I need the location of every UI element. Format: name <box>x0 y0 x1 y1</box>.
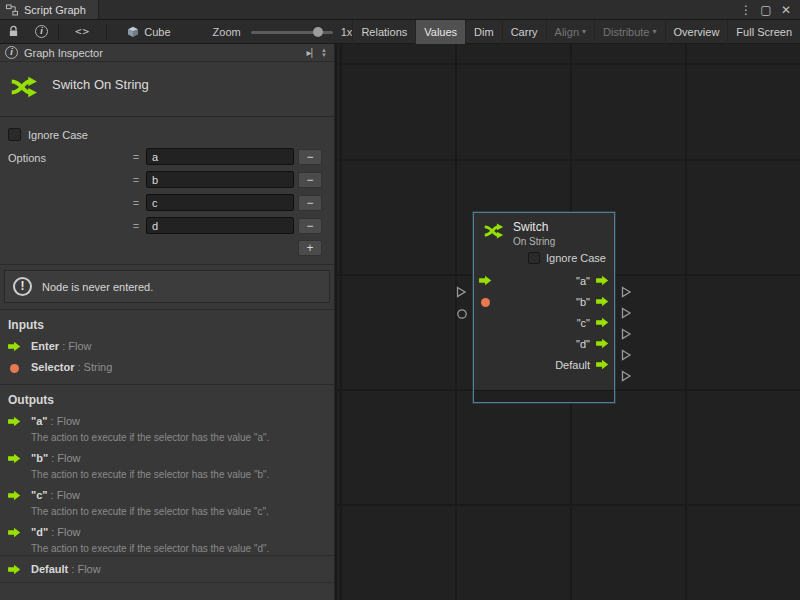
port-name: Enter <box>31 340 59 352</box>
ignore-case-label: Ignore Case <box>28 129 88 141</box>
values-button[interactable]: Values <box>415 20 465 44</box>
options-list: = − = − = − = − <box>130 148 322 256</box>
graph-canvas[interactable]: Switch On String Ignore Case "a" "b" "c" <box>335 44 800 600</box>
graph-target-selector[interactable]: Cube <box>127 26 170 38</box>
toolbar-divider <box>106 24 107 40</box>
flow-input-arrow-icon[interactable] <box>479 275 492 286</box>
inspector-title-block: Switch On String <box>0 62 334 117</box>
ignore-case-row[interactable]: Ignore Case <box>0 125 334 144</box>
node-header[interactable]: Switch On String <box>474 213 614 247</box>
flow-output-arrow-icon[interactable] <box>596 317 609 328</box>
tab-script-graph[interactable]: Script Graph <box>0 0 99 19</box>
flow-output-arrow-icon[interactable] <box>596 296 609 307</box>
option-input[interactable] <box>146 148 294 165</box>
node-footer <box>474 390 614 402</box>
port-name: "b" <box>31 452 48 464</box>
chevron-down-icon: ▾ <box>582 28 586 36</box>
flow-connect-triangle-icon[interactable] <box>621 286 632 298</box>
distribute-button[interactable]: Distribute ▾ <box>594 20 664 44</box>
port-description: The action to execute if the selector ha… <box>31 542 269 555</box>
port-row: "c" <box>474 312 614 333</box>
port-row: "b" <box>474 291 614 312</box>
lock-button[interactable] <box>0 20 27 44</box>
zoom-slider-handle[interactable] <box>313 27 323 37</box>
cube-icon <box>127 26 139 38</box>
selector-value-port-icon[interactable] <box>481 298 490 307</box>
flow-connect-triangle-icon[interactable] <box>621 307 632 319</box>
port-separator: : <box>48 415 57 427</box>
port-separator: : <box>74 361 83 373</box>
node-subtitle: On String <box>513 236 555 247</box>
option-row: = − <box>130 148 322 165</box>
distribute-label: Distribute <box>603 26 649 38</box>
flow-connect-triangle-icon[interactable] <box>621 328 632 340</box>
value-port-icon <box>8 362 22 373</box>
tab-title: Script Graph <box>24 4 86 16</box>
input-entry-selector: Selector : String <box>0 357 334 378</box>
switch-node[interactable]: Switch On String Ignore Case "a" "b" "c" <box>473 212 615 403</box>
close-icon[interactable]: ✕ <box>778 1 794 19</box>
node-title: Switch <box>513 220 555 234</box>
info-icon: i <box>35 25 48 38</box>
scroll-spinner[interactable]: ▲ ▼ <box>318 48 330 58</box>
fullscreen-button[interactable]: Full Screen <box>727 20 800 44</box>
inspector-header: i Graph Inspector ▸| ▲ ▼ <box>0 44 334 62</box>
port-name: "a" <box>31 415 48 427</box>
port-label: "b" <box>576 296 590 308</box>
flow-connect-triangle-icon[interactable] <box>456 286 467 298</box>
flow-port-icon <box>8 341 22 352</box>
zoom-slider[interactable] <box>251 26 333 38</box>
port-separator: : <box>48 452 57 464</box>
graph-inspector-panel: i Graph Inspector ▸| ▲ ▼ Switch On Strin… <box>0 44 335 600</box>
flow-output-arrow-icon[interactable] <box>596 275 609 286</box>
inspect-toggle-button[interactable]: i <box>27 20 56 44</box>
port-row: "a" <box>474 270 614 291</box>
output-entry-a: "a" : Flow The action to execute if the … <box>0 411 334 448</box>
overview-button[interactable]: Overview <box>665 20 728 44</box>
drag-handle-icon[interactable]: = <box>130 197 142 209</box>
dim-button[interactable]: Dim <box>465 20 502 44</box>
spinner-down-icon[interactable]: ▼ <box>321 53 327 58</box>
carry-button[interactable]: Carry <box>502 20 546 44</box>
node-ignore-case-row[interactable]: Ignore Case <box>474 252 606 264</box>
switch-node-icon <box>482 220 504 242</box>
port-name: "d" <box>31 526 48 538</box>
flow-output-arrow-icon[interactable] <box>596 338 609 349</box>
port-row: "d" <box>474 333 614 354</box>
align-button[interactable]: Align ▾ <box>546 20 594 44</box>
flow-connect-triangle-icon[interactable] <box>621 349 632 361</box>
zoom-value: 1x <box>341 26 353 38</box>
graph-toolbar: i <> Cube Zoom 1x Relations Values Dim C… <box>0 20 800 44</box>
flow-connect-triangle-icon[interactable] <box>621 370 632 382</box>
remove-option-button[interactable]: − <box>298 149 322 165</box>
value-connect-circle-icon[interactable] <box>456 308 468 320</box>
switch-node-icon <box>8 72 38 102</box>
port-type: Flow <box>77 563 100 575</box>
option-row: = − <box>130 217 322 234</box>
maximize-icon[interactable]: ▢ <box>758 1 774 19</box>
option-input[interactable] <box>146 171 294 188</box>
port-name: Default <box>31 563 68 575</box>
option-input[interactable] <box>146 194 294 211</box>
kebab-menu-icon[interactable]: ⋮ <box>738 1 754 19</box>
port-label: "a" <box>576 275 590 287</box>
relations-button[interactable]: Relations <box>352 20 415 44</box>
drag-handle-icon[interactable]: = <box>130 174 142 186</box>
flow-port-icon <box>8 564 22 575</box>
drag-handle-icon[interactable]: = <box>130 220 142 232</box>
node-ignore-case-checkbox[interactable] <box>528 252 540 264</box>
port-separator: : <box>59 340 68 352</box>
edit-source-button[interactable]: <> <box>61 20 104 44</box>
add-option-button[interactable]: + <box>298 240 322 256</box>
zoom-label: Zoom <box>213 26 241 38</box>
dock-panel-icon[interactable]: ▸| <box>306 47 312 58</box>
drag-handle-icon[interactable]: = <box>130 151 142 163</box>
port-type: Flow <box>68 340 91 352</box>
remove-option-button[interactable]: − <box>298 172 322 188</box>
window-controls: ⋮ ▢ ✕ <box>738 0 800 19</box>
ignore-case-checkbox[interactable] <box>8 128 21 141</box>
flow-output-arrow-icon[interactable] <box>596 359 609 370</box>
option-input[interactable] <box>146 217 294 234</box>
remove-option-button[interactable]: − <box>298 195 322 211</box>
remove-option-button[interactable]: − <box>298 218 322 234</box>
